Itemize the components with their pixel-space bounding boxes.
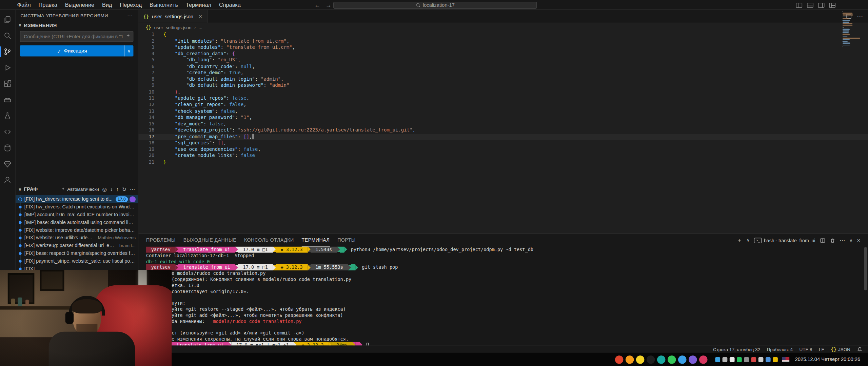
- new-terminal-icon[interactable]: ＋: [736, 236, 742, 244]
- target-icon[interactable]: ◎: [102, 186, 107, 192]
- breadcrumb[interactable]: {} user_settings.json › ...: [138, 23, 868, 32]
- toggle-panel-icon[interactable]: [807, 1, 814, 8]
- commit-row[interactable]: [FIX] website: improve date/datetime pic…: [16, 226, 138, 234]
- tray-icon[interactable]: [730, 357, 735, 362]
- line-number: 11: [138, 95, 163, 102]
- status-JSON[interactable]: {}JSON: [831, 347, 850, 352]
- tab-user-settings-json[interactable]: {} user_settings.json ×: [138, 10, 208, 23]
- tray-icon[interactable]: [758, 357, 764, 362]
- menu-Переход[interactable]: Переход: [116, 0, 146, 9]
- layout-controls: [795, 0, 836, 10]
- activity-gem-icon[interactable]: [0, 156, 15, 172]
- terminal-line: [146, 324, 863, 330]
- commit-row[interactable]: [FIX] hw_drivers: Catch print exceptions…: [16, 203, 138, 211]
- maximize-panel-icon[interactable]: ∧: [850, 238, 853, 243]
- sidebar-more-icon[interactable]: ⋯: [127, 13, 133, 19]
- tray-icon[interactable]: [723, 357, 728, 362]
- terminal-command: python3 /home/yartsev/projects/odoo_dev_…: [347, 247, 533, 253]
- commit-button[interactable]: ✓ Фиксация ∨: [20, 45, 134, 57]
- taskbar-app-icon[interactable]: [689, 355, 697, 363]
- commit-message-input[interactable]: [20, 31, 134, 42]
- taskbar-clock[interactable]: 2025.12.04 Четверг 20:00:26: [795, 357, 860, 362]
- toggle-secondary-sidebar-icon[interactable]: [817, 1, 825, 8]
- status-Пробелов: 4[interactable]: Пробелов: 4: [767, 347, 793, 352]
- forward-icon[interactable]: →: [326, 2, 332, 8]
- panel-tab-ВЫХОДНЫЕ ДАННЫЕ[interactable]: ВЫХОДНЫЕ ДАННЫЕ: [183, 234, 236, 247]
- pull-icon[interactable]: ↓: [110, 186, 113, 192]
- push-icon[interactable]: ↑: [116, 186, 119, 192]
- activity-run-debug-icon[interactable]: [0, 60, 15, 76]
- panel-tab-ПОРТЫ[interactable]: ПОРТЫ: [337, 234, 356, 247]
- menu-Терминал[interactable]: Терминал: [182, 0, 215, 9]
- terminal-scrollbar[interactable]: [864, 247, 867, 290]
- taskbar-app-icon[interactable]: [678, 355, 686, 363]
- taskbar-app-icon[interactable]: [626, 355, 634, 363]
- taskbar-app-icon[interactable]: [668, 355, 676, 363]
- status-LF[interactable]: LF: [819, 347, 824, 352]
- code-editor[interactable]: 1{2 "init_modules": "translate_from_ui,c…: [138, 32, 868, 233]
- panel-tab-КОНСОЛЬ ОТЛАДКИ[interactable]: КОНСОЛЬ ОТЛАДКИ: [244, 234, 294, 247]
- terminal-tab[interactable]: >_ bash - translate_from_ui: [754, 238, 815, 243]
- command-center-search[interactable]: localization-17: [333, 1, 537, 8]
- status-UTF-8[interactable]: UTF-8: [800, 347, 812, 352]
- taskbar-app-icon[interactable]: [699, 355, 707, 363]
- commit-split-dropdown[interactable]: ∨: [124, 45, 134, 57]
- changes-section-header[interactable]: ∨ ИЗМЕНЕНИЯ: [16, 21, 138, 29]
- activity-extensions-icon[interactable]: [0, 76, 15, 92]
- minimap[interactable]: [843, 11, 862, 48]
- tray-icon[interactable]: [751, 357, 756, 362]
- keyboard-layout-flag-icon[interactable]: [782, 357, 789, 362]
- tray-icon[interactable]: [766, 357, 771, 362]
- kill-terminal-icon[interactable]: [830, 238, 835, 243]
- commit-row[interactable]: [FIX] hw_drivers: increase log sent to d…: [16, 195, 138, 203]
- code-text: "db_default_admin_password": "admin": [163, 83, 290, 89]
- more-icon[interactable]: ⋯: [130, 186, 135, 192]
- code-text: "db_country_code": null,: [163, 63, 255, 70]
- activity-explorer-icon[interactable]: [0, 12, 15, 27]
- tray-icon[interactable]: [737, 357, 742, 362]
- menu-Правка[interactable]: Правка: [35, 0, 61, 9]
- commit-row[interactable]: [FIX] werkzeug: parser differential url_…: [16, 242, 138, 249]
- tray-icon[interactable]: [715, 357, 721, 362]
- taskbar-app-icon[interactable]: [636, 355, 644, 363]
- sparkle-icon[interactable]: [126, 33, 131, 38]
- commit-row[interactable]: [IMP] base: disable autoinstall using co…: [16, 218, 138, 226]
- bell-icon[interactable]: [857, 347, 862, 352]
- refresh-icon[interactable]: ↻: [122, 186, 126, 192]
- close-panel-icon[interactable]: ×: [857, 237, 861, 243]
- panel-more-icon[interactable]: ⋯: [840, 237, 845, 243]
- close-icon[interactable]: ×: [199, 13, 202, 19]
- customize-layout-icon[interactable]: [829, 1, 836, 8]
- auto-refresh-toggle[interactable]: Автоматически: [61, 187, 99, 192]
- taskbar-app-icon[interactable]: [657, 355, 665, 363]
- toggle-sidebar-icon[interactable]: [795, 1, 803, 8]
- activity-docker-icon[interactable]: [0, 92, 15, 108]
- commit-row[interactable]: [FIX] payment_stripe, website_sale: use …: [16, 257, 138, 265]
- menu-Вид[interactable]: Вид: [98, 0, 116, 9]
- tray-icon[interactable]: [744, 357, 749, 362]
- split-terminal-icon[interactable]: [820, 238, 825, 243]
- terminal-dropdown-icon[interactable]: ∨: [747, 238, 750, 243]
- activity-testing-icon[interactable]: [0, 108, 15, 124]
- commit-row[interactable]: [FIX] website: use urllib's urlencodeMat…: [16, 234, 138, 242]
- menu-Справка[interactable]: Справка: [215, 0, 244, 9]
- menu-Файл[interactable]: Файл: [13, 0, 35, 9]
- terminal[interactable]: yartsev translate_from_ui 17.0 ≡ □1 ◆ 3.…: [138, 247, 863, 346]
- menu-Выделение[interactable]: Выделение: [61, 0, 98, 9]
- commit-row[interactable]: [FIX] base: respect 0 margins/spacing ov…: [16, 249, 138, 257]
- back-icon[interactable]: ←: [314, 2, 320, 8]
- activity-search-icon[interactable]: [0, 28, 15, 44]
- panel-tab-ПРОБЛЕМЫ[interactable]: ПРОБЛЕМЫ: [146, 234, 176, 247]
- terminal-line: [146, 294, 863, 301]
- activity-account-icon[interactable]: [0, 172, 15, 188]
- panel-tab-ТЕРМИНАЛ[interactable]: ТЕРМИНАЛ: [302, 234, 330, 247]
- taskbar-app-icon[interactable]: [615, 355, 623, 363]
- activity-database-icon[interactable]: [0, 140, 15, 156]
- status-Строка 17, столбец 32[interactable]: Строка 17, столбец 32: [713, 347, 760, 352]
- activity-source-control-icon[interactable]: [0, 44, 15, 60]
- commit-row[interactable]: [IMP] account,l10n_ma: Add ICE number to…: [16, 211, 138, 219]
- tray-icon[interactable]: [773, 357, 778, 362]
- activity-remote-icon[interactable]: [0, 124, 15, 140]
- menu-Выполнить[interactable]: Выполнить: [146, 0, 182, 9]
- taskbar-app-icon[interactable]: [647, 355, 655, 363]
